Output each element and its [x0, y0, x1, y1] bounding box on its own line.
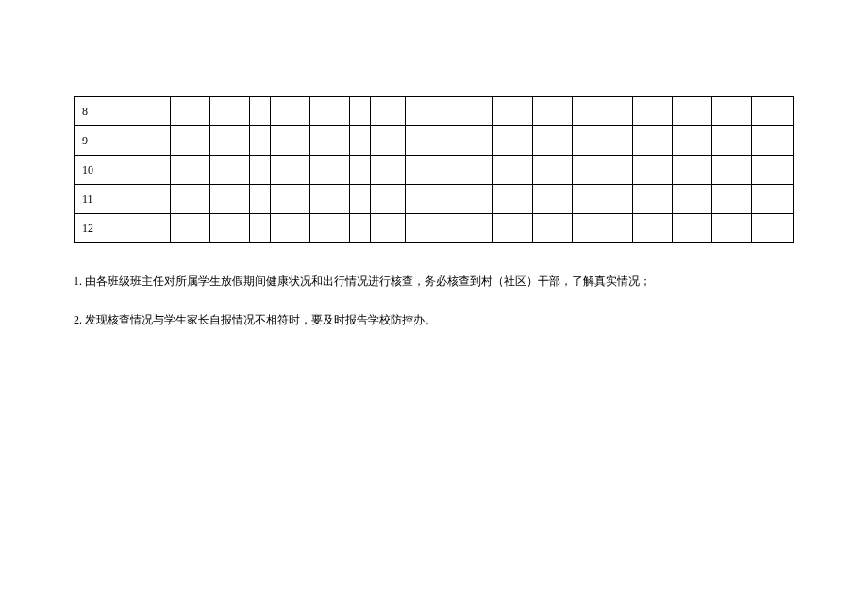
data-cell	[171, 97, 210, 126]
data-table: 89101112	[74, 96, 794, 243]
data-cell	[406, 156, 492, 185]
data-cell	[210, 126, 250, 156]
data-cell	[171, 185, 210, 214]
data-cell	[271, 185, 310, 214]
data-cell	[250, 97, 271, 126]
data-cell	[310, 97, 350, 126]
data-cell	[672, 126, 711, 156]
data-cell	[350, 214, 371, 243]
data-cell	[250, 126, 271, 156]
data-cell	[108, 156, 171, 185]
data-cell	[751, 214, 793, 243]
data-cell	[593, 185, 632, 214]
data-cell	[271, 156, 310, 185]
data-cell	[210, 156, 250, 185]
data-cell	[632, 126, 672, 156]
data-cell	[532, 185, 572, 214]
data-cell	[210, 97, 250, 126]
table-row: 11	[75, 185, 794, 214]
data-cell	[572, 214, 593, 243]
data-cell	[672, 185, 711, 214]
data-cell	[406, 185, 492, 214]
table-row: 12	[75, 214, 794, 243]
data-cell	[371, 185, 406, 214]
notes-section: 1. 由各班级班主任对所属学生放假期间健康状况和出行情况进行核查，务必核查到村（…	[74, 274, 794, 328]
data-cell	[171, 214, 210, 243]
data-cell	[250, 214, 271, 243]
data-cell	[350, 185, 371, 214]
data-cell	[711, 214, 751, 243]
data-cell	[210, 185, 250, 214]
data-cell	[350, 126, 371, 156]
data-cell	[310, 185, 350, 214]
data-cell	[672, 214, 711, 243]
data-cell	[572, 97, 593, 126]
data-cell	[492, 97, 532, 126]
data-cell	[171, 156, 210, 185]
data-cell	[572, 156, 593, 185]
data-cell	[532, 214, 572, 243]
row-number-cell: 9	[75, 126, 108, 156]
data-cell	[711, 156, 751, 185]
data-cell	[406, 126, 492, 156]
data-cell	[271, 97, 310, 126]
data-cell	[532, 97, 572, 126]
row-number-cell: 8	[75, 97, 108, 126]
data-cell	[350, 156, 371, 185]
data-cell	[751, 126, 793, 156]
data-cell	[492, 185, 532, 214]
data-cell	[108, 185, 171, 214]
data-cell	[250, 185, 271, 214]
data-cell	[310, 156, 350, 185]
data-cell	[492, 126, 532, 156]
data-cell	[406, 97, 492, 126]
data-cell	[593, 97, 632, 126]
data-cell	[711, 126, 751, 156]
data-cell	[711, 97, 751, 126]
data-cell	[250, 156, 271, 185]
data-cell	[572, 126, 593, 156]
row-number-cell: 11	[75, 185, 108, 214]
data-cell	[632, 214, 672, 243]
data-cell	[171, 126, 210, 156]
data-cell	[108, 126, 171, 156]
data-cell	[492, 214, 532, 243]
data-cell	[593, 156, 632, 185]
data-cell	[406, 214, 492, 243]
table-row: 8	[75, 97, 794, 126]
row-number-cell: 12	[75, 214, 108, 243]
data-cell	[632, 185, 672, 214]
data-cell	[751, 185, 793, 214]
note-2: 2. 发现核查情况与学生家长自报情况不相符时，要及时报告学校防控办。	[74, 312, 794, 328]
note-1: 1. 由各班级班主任对所属学生放假期间健康状况和出行情况进行核查，务必核查到村（…	[74, 274, 794, 290]
table-row: 9	[75, 126, 794, 156]
data-cell	[271, 126, 310, 156]
data-cell	[711, 185, 751, 214]
data-cell	[572, 185, 593, 214]
data-cell	[371, 214, 406, 243]
data-cell	[350, 97, 371, 126]
data-cell	[310, 214, 350, 243]
data-cell	[593, 126, 632, 156]
data-cell	[210, 214, 250, 243]
row-number-cell: 10	[75, 156, 108, 185]
data-cell	[108, 97, 171, 126]
data-cell	[108, 214, 171, 243]
data-cell	[271, 214, 310, 243]
data-cell	[672, 97, 711, 126]
data-cell	[310, 126, 350, 156]
data-cell	[751, 97, 793, 126]
data-cell	[492, 156, 532, 185]
data-cell	[632, 97, 672, 126]
data-cell	[751, 156, 793, 185]
data-cell	[532, 126, 572, 156]
data-cell	[371, 156, 406, 185]
data-cell	[371, 97, 406, 126]
data-cell	[672, 156, 711, 185]
data-cell	[632, 156, 672, 185]
table-row: 10	[75, 156, 794, 185]
data-cell	[532, 156, 572, 185]
data-cell	[371, 126, 406, 156]
data-cell	[593, 214, 632, 243]
